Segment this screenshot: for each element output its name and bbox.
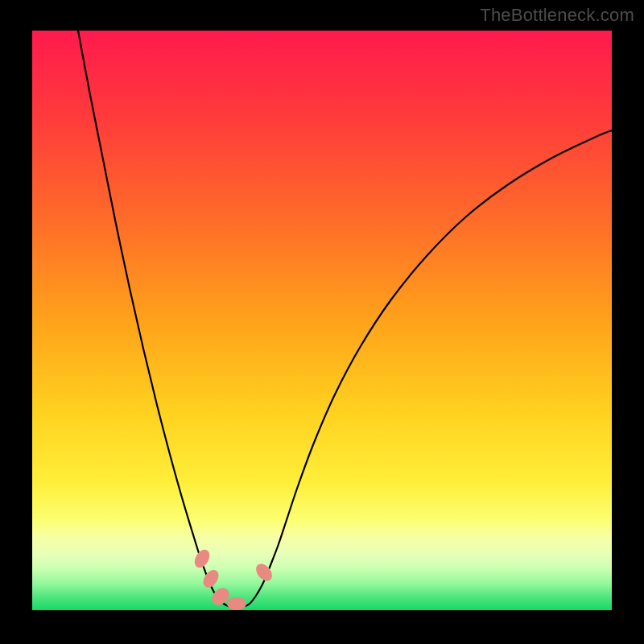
watermark-text: TheBottleneck.com — [480, 5, 634, 26]
chart-frame: TheBottleneck.com — [0, 0, 644, 644]
bottleneck-curve-chart — [32, 31, 612, 610]
plot-area — [32, 31, 612, 610]
gradient-background — [32, 31, 612, 610]
data-marker — [227, 597, 246, 610]
